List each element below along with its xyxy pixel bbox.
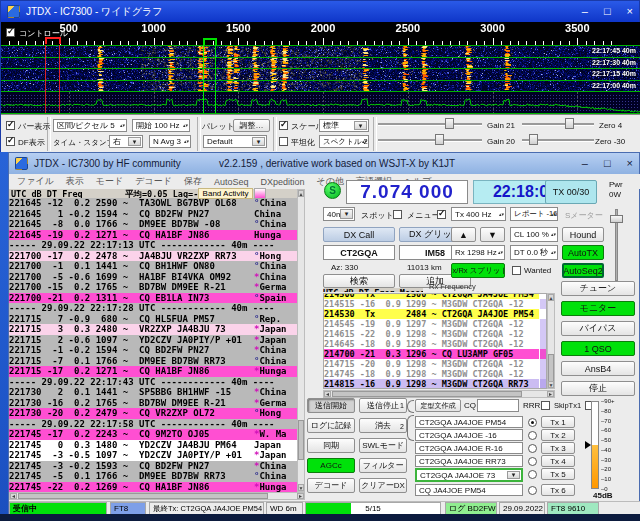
- decode-row[interactable]: 221715 2 -0.6 1097 ~ YD2CZV JA0PIY/P +01…: [9, 335, 297, 346]
- menu-item-3[interactable]: デコード: [135, 175, 172, 188]
- wanted-checkbox[interactable]: [512, 266, 521, 275]
- rx-decode-row[interactable]: 214530 Tx 2484 ~ CT2GQA JA4JOE PM54: [324, 309, 539, 319]
- decode-row[interactable]: 221715 -1 -0.2 1594 ~ CQ BD2FW PN27*Chin…: [9, 345, 297, 356]
- rx-vscrollbar[interactable]: ▲ ▼: [547, 293, 555, 389]
- decode-row[interactable]: 221745 0 0.3 1480 ~ YD2CZV JA4BJU PM64Ja…: [9, 440, 297, 451]
- dx-call-input[interactable]: CT2GQA: [323, 245, 395, 260]
- right-button-5[interactable]: 停止: [561, 381, 635, 396]
- tx-set1-brace[interactable]: [407, 400, 414, 413]
- waterfall-canvas[interactable]: [1, 45, 640, 92]
- decode-row[interactable]: 221645 -19 0.2 1271 ~ CQ HA1BF JN86Hunga: [9, 230, 297, 241]
- decode-row[interactable]: 221645 -12 0.2 2590 ~ TA3OWL BG7BVP OL68…: [9, 198, 297, 209]
- timestamp-combo[interactable]: 右: [109, 135, 143, 148]
- rx-decode-row[interactable]: 214645 -18 0.9 1298 ~ M3GDW CT2GQA -12: [324, 339, 539, 349]
- grid-button-0[interactable]: 送信開始: [307, 398, 355, 413]
- tx-message-input-5[interactable]: CT2GQA JA4JOE 73: [415, 468, 523, 482]
- minimize-icon[interactable]: –: [582, 158, 588, 169]
- ba-hscrollbar[interactable]: ◄ ►: [9, 492, 305, 500]
- dt-spinner[interactable]: DT 0.0 秒: [510, 245, 558, 260]
- close-icon[interactable]: ×: [627, 6, 633, 17]
- tx-freq-spinner[interactable]: Tx 400 Hz: [451, 207, 506, 221]
- rx-decode-row[interactable]: 214815 -16 0.9 1298 ~ M3GDW CT2GQA RR73: [324, 379, 539, 389]
- decode-row[interactable]: 221715 3 0.3 2480 ~ VR2ZXP JA4BJU 73*Jap…: [9, 324, 297, 335]
- tx-message-input-3[interactable]: CT2GQA JA4JOE R-16: [415, 442, 523, 454]
- rx-frequency-table[interactable]: 214500 Tx 2500 ~ CT2GQA JA4JOE PM5421451…: [323, 293, 547, 389]
- tx-radio-3[interactable]: [528, 444, 537, 453]
- tx-radio-1[interactable]: [528, 418, 537, 427]
- decode-row[interactable]: 221745 -3 -0.2 1593 ~ CQ BD2FW PN27*Chin…: [9, 461, 297, 472]
- tx-button-6[interactable]: Tx 6: [541, 484, 575, 496]
- bins-per-pixel-spinner[interactable]: 区間/ピクセル 5: [53, 119, 127, 132]
- frequency-display[interactable]: 7.074 000: [346, 180, 468, 204]
- right-button-1[interactable]: モニター: [561, 301, 635, 316]
- maximize-icon[interactable]: □: [604, 6, 611, 17]
- pwr-slider-thumb[interactable]: [610, 215, 623, 223]
- rx-decode-row[interactable]: 214715 -20 0.9 1298 ~ M3GDW CT2GQA -12: [324, 359, 539, 369]
- right-button-4[interactable]: AnsB4: [561, 361, 635, 376]
- menu-item-6[interactable]: DXpedition: [260, 177, 304, 187]
- widegraph-titlebar[interactable]: JTDX - IC7300 - ワイドグラフ – □ ×: [1, 1, 639, 22]
- scale-combo[interactable]: 標準: [319, 119, 369, 132]
- txrx-split-button[interactable]: Tx/Rx スプリット: [451, 263, 505, 278]
- grid-button-7[interactable]: フィルター: [359, 458, 407, 473]
- decode-row[interactable]: 221730 -16 0.2 1765 ~ BD7BW DM9EE R-21*G…: [9, 398, 297, 409]
- decode-row[interactable]: 221700 -15 0.2 1765 ~ BD7BW DM9EE R-21*G…: [9, 282, 297, 293]
- tx-message-input-6[interactable]: CQ JA4JOE PM54: [415, 484, 523, 496]
- tx-message-input-2[interactable]: CT2GQA JA4JOE -16: [415, 429, 523, 441]
- tx-radio-2[interactable]: [528, 431, 537, 440]
- menu-item-2[interactable]: モード: [96, 175, 123, 188]
- grid-button-9[interactable]: クリアーDX: [359, 478, 407, 493]
- decode-row[interactable]: 221700 -17 0.2 2478 ~ JA4BJU VR2ZXP RR73…: [9, 251, 297, 262]
- band-activity-sort[interactable]: Band Activity: [198, 188, 253, 199]
- decode-row[interactable]: 221745 -5 0.1 1766 ~ DM9EE BD7BW RR73°Ch…: [9, 471, 297, 482]
- flatten-checkbox[interactable]: [279, 137, 288, 146]
- tx-button-5[interactable]: Tx 5: [541, 468, 575, 480]
- spot-checkbox[interactable]: [393, 210, 402, 219]
- decode-row[interactable]: 221745 -3 -0.5 1097 ~ YD2CZV JA0PIY/P +0…: [9, 450, 297, 461]
- rx-decode-row[interactable]: 214615 -22 0.9 1298 ~ M3GDW CT2GQA -12: [324, 329, 539, 339]
- start-freq-spinner[interactable]: 開始 100 Hz: [132, 119, 190, 132]
- right-button-3[interactable]: 1 QSO: [561, 341, 635, 356]
- decode-row[interactable]: 221730 2 0.1 1441 ~ SP5BBG BH1HWF -15*Ch…: [9, 387, 297, 398]
- menu-item-0[interactable]: ファイル: [17, 175, 54, 188]
- tx-radio-4[interactable]: [528, 457, 537, 466]
- tx-set2-brace[interactable]: [407, 415, 414, 441]
- tx-button-1[interactable]: Tx 1: [541, 416, 575, 428]
- rx-freq-spinner[interactable]: Rx 1298 Hz: [451, 245, 505, 260]
- cq-input[interactable]: [477, 399, 519, 412]
- right-button-0[interactable]: チューン: [561, 281, 635, 296]
- zero1-slider[interactable]: [522, 118, 594, 129]
- menu-toggle-checkbox[interactable]: [437, 210, 446, 219]
- decode-row[interactable]: 221745 -22 0.2 1269 ~ CQ HA1BF JN86*Hung…: [9, 482, 297, 493]
- rrr-checkbox[interactable]: [541, 401, 550, 410]
- ba-vscrollbar[interactable]: ▲ ▼: [297, 189, 305, 492]
- spot-status-icon[interactable]: S: [324, 182, 341, 199]
- right-button-2[interactable]: バイパス: [561, 321, 635, 336]
- rx-decode-row[interactable]: 214700 -21 0.3 1296 ~ CQ LU3AMP GF05: [324, 349, 539, 359]
- palette-adjust-button[interactable]: 調整…: [233, 119, 270, 132]
- decode-row[interactable]: 221645 -8 0.0 1766 ~ DM9EE BD7BW -08°Chi…: [9, 219, 297, 230]
- grid-button-6[interactable]: AGCc: [307, 458, 355, 473]
- autoseq2-button[interactable]: AutoSeq2: [562, 263, 604, 278]
- maximize-icon[interactable]: □: [604, 158, 611, 169]
- gain1-slider[interactable]: [378, 118, 482, 129]
- navg-spinner[interactable]: N Avg 3: [149, 135, 191, 148]
- decode-row[interactable]: 221715 -17 0.2 1271 ~ CQ HA1BF JN86*Hung…: [9, 366, 297, 377]
- decode-row[interactable]: 221715 7 -0.9 680 ~ CQ HL5FUA PM57°Rep.: [9, 314, 297, 325]
- grid-button-4[interactable]: 同期: [307, 438, 355, 453]
- control-checkbox[interactable]: [6, 28, 15, 37]
- band-activity-table[interactable]: 221645 -12 0.2 2590 ~ TA3OWL BG7BVP OL68…: [9, 198, 297, 492]
- freq-up-button[interactable]: ▲: [451, 227, 476, 242]
- cl-spinner[interactable]: CL 100 %: [510, 227, 558, 242]
- rx-decode-row[interactable]: 214515 -16 0.9 1299 ~ M3GDW CT2GQA -12: [324, 299, 539, 309]
- generate-messages-button[interactable]: 定型文作成: [415, 399, 461, 412]
- band-combo[interactable]: 40m: [323, 207, 355, 221]
- tx-watchdog-button[interactable]: TX 00/30: [545, 180, 597, 204]
- tx-message-input-4[interactable]: CT2GQA JA4JOE RR73: [415, 455, 523, 467]
- df-display-checkbox[interactable]: [6, 137, 15, 146]
- tx-button-2[interactable]: Tx 2: [541, 429, 575, 441]
- menu-item-1[interactable]: 表示: [66, 175, 84, 188]
- rx-decode-row[interactable]: 214545 -19 0.9 1297 ~ M3GDW CT2GQA -12: [324, 319, 539, 329]
- zero2-slider[interactable]: [522, 134, 594, 145]
- decode-row[interactable]: 221700 -1 0.1 1441 ~ CQ BH1HWF ON80°Chin…: [9, 261, 297, 272]
